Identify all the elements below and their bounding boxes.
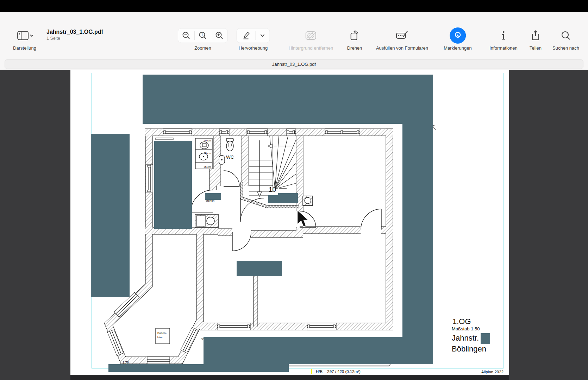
darstellung-button[interactable]: Darstellung (13, 27, 36, 51)
tab-bar: Jahnstr_03_1.OG.pdf (0, 58, 588, 70)
floor-label: 1.OG (452, 317, 471, 326)
scale-label: Maßstab 1:50 (452, 326, 480, 331)
pdf-viewport: 20 cm 25 cm 25 cm WC (0, 70, 588, 380)
plot-notes: H/B = 297 / 420 (0.12m²) Allplan 2022 (311, 369, 503, 374)
zoom-actual-icon: 1 (198, 31, 207, 40)
zoom-out-button[interactable] (178, 28, 194, 43)
highlight-group: Hervorhebung (237, 27, 270, 51)
dim-178: 1,78 (123, 361, 129, 364)
sink-dim-20: 20 cm (204, 139, 211, 142)
wc-fixtures: WC (219, 138, 234, 164)
fill-form-icon (395, 30, 409, 41)
main-toolbar: Darstellung Jahnstr_03_1.OG.pdf 1 Seite … (0, 12, 588, 58)
stair-count-label: 10 (269, 186, 276, 193)
document-tab[interactable]: Jahnstr_03_1.OG.pdf (5, 59, 583, 69)
zoom-actual-size-button[interactable]: 1 (195, 28, 211, 43)
share-button[interactable]: Teilen (530, 27, 542, 51)
hervorhebung-label: Hervorhebung (239, 45, 268, 51)
page-bottom-shadow (70, 375, 509, 380)
remove-background-icon (305, 30, 317, 41)
zoom-group: 1 Zoomen (178, 27, 228, 51)
highlight-pen-icon (241, 31, 251, 40)
informationen-label: Informationen (489, 45, 518, 51)
share-icon (531, 30, 540, 41)
bodenluke-label-2: luke (157, 336, 163, 339)
fill-form-button[interactable]: Ausfüllen von Formularen (376, 27, 428, 51)
zoom-out-icon (182, 31, 191, 40)
search-icon (561, 30, 571, 41)
search-button[interactable]: Suchen nach (552, 27, 579, 51)
tab-title: Jahnstr_03_1.OG.pdf (272, 62, 316, 67)
teilen-label: Teilen (530, 45, 542, 51)
mouse-cursor (297, 210, 309, 227)
document-title-block: Jahnstr_03_1.OG.pdf 1 Seite (46, 29, 103, 41)
highlight-button[interactable] (237, 28, 255, 43)
darstellung-label: Darstellung (13, 45, 36, 51)
highlight-style-button[interactable] (256, 28, 270, 43)
allplan-note: Allplan 2022 (481, 370, 503, 374)
window-titlebar (0, 0, 588, 12)
markup-pen-icon (450, 27, 466, 44)
walls (108, 129, 393, 360)
city-label: Böblingen (452, 344, 486, 353)
zoomen-label: Zoomen (194, 45, 211, 51)
remove-background-button: Hintergrund entfernen (289, 27, 333, 51)
document-page-count: 1 Seite (46, 36, 103, 41)
info-button[interactable]: Informationen (489, 27, 518, 51)
ausfuellen-label: Ausfüllen von Formularen (376, 45, 428, 51)
zoom-in-icon (215, 31, 224, 40)
drehen-label: Drehen (347, 45, 362, 51)
zoom-in-button[interactable] (211, 28, 227, 43)
hintergrund-label: Hintergrund entfernen (289, 45, 333, 51)
rotate-button[interactable]: Drehen (347, 27, 362, 51)
sink-dim-25b: 25 cm (204, 165, 211, 169)
svg-text:1: 1 (201, 33, 203, 37)
sidebar-icon (15, 30, 34, 41)
suchen-label: Suchen nach (552, 45, 579, 51)
markierungen-label: Markierungen (444, 45, 472, 51)
info-icon (501, 30, 506, 41)
wc-label: WC (226, 154, 234, 160)
bodenluke-label-1: Boden- (157, 331, 167, 335)
pdf-page[interactable]: 20 cm 25 cm 25 cm WC (70, 70, 509, 375)
rotate-icon (349, 30, 361, 41)
street-label: Jahnstr. (452, 334, 479, 342)
document-title: Jahnstr_03_1.OG.pdf (46, 29, 103, 35)
markup-button[interactable]: Markierungen (444, 27, 472, 51)
chevron-down-icon (260, 34, 265, 37)
sink-dim-25a: 25 cm (204, 152, 211, 155)
floor-plan: 20 cm 25 cm 25 cm WC (70, 70, 509, 375)
hb-note: H/B = 297 / 420 (0.12m²) (316, 369, 361, 374)
